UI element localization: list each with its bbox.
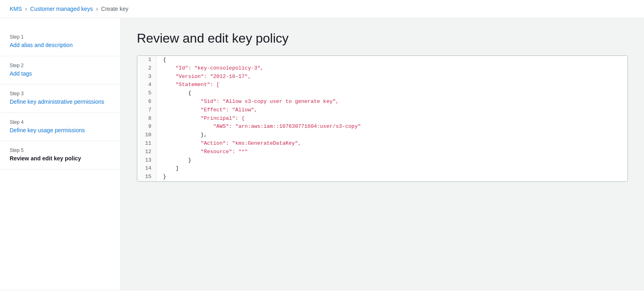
breadcrumb-sep-1: › [25,6,27,12]
code-line: 14 ] [137,164,627,173]
sidebar-step-1[interactable]: Step 1 Add alias and description [0,28,120,56]
line-content: "AWS": "arn:aws:iam::107630771604:user/s… [157,123,367,131]
line-content: } [157,156,198,165]
step-4-title: Define key usage permissions [10,127,111,135]
line-number: 2 [137,64,157,73]
step-3-label: Step 3 [10,91,111,96]
line-number: 15 [137,173,157,181]
line-content: "Effect": "Allow", [157,106,264,115]
line-content: ] [157,164,185,173]
line-number: 12 [137,148,157,156]
code-editor[interactable]: 1{2 "Id": "key-consolepolicy-3",3 "Versi… [137,55,628,182]
code-line: 8 "Principal": { [137,115,627,123]
sidebar-step-4[interactable]: Step 4 Define key usage permissions [0,113,120,141]
code-line: 9 "AWS": "arn:aws:iam::107630771604:user… [137,123,627,131]
line-content: { [157,56,173,64]
step-3-title: Define key administrative permissions [10,98,111,106]
code-line: 11 "Action": "kms:GenerateDataKey", [137,139,627,148]
line-number: 9 [137,123,157,131]
line-number: 14 [137,164,157,173]
sidebar-step-2[interactable]: Step 2 Add tags [0,56,120,85]
code-line: 1{ [137,56,627,64]
breadcrumb: KMS › Customer managed keys › Create key [0,0,644,18]
line-content: "Sid": "Allow s3-copy user to generate k… [157,98,345,106]
code-line: 6 "Sid": "Allow s3-copy user to generate… [137,98,627,106]
line-number: 6 [137,98,157,106]
line-content: "Version": "2012-10-17", [157,73,257,81]
step-1-label: Step 1 [10,34,111,40]
code-line: 4 "Statement": [ [137,81,627,89]
line-content: "Id": "key-consolepolicy-3", [157,64,270,73]
breadcrumb-create-key: Create key [101,6,128,12]
sidebar: Step 1 Add alias and description Step 2 … [0,18,121,290]
code-line: 13 } [137,156,627,165]
line-content: } [157,173,173,181]
page-title: Review and edit key policy [137,31,628,46]
line-number: 1 [137,56,157,64]
breadcrumb-kms[interactable]: KMS [10,6,22,12]
line-number: 11 [137,139,157,148]
code-line: 7 "Effect": "Allow", [137,106,627,115]
code-line: 3 "Version": "2012-10-17", [137,73,627,81]
step-5-label: Step 5 [10,148,111,153]
line-content: "Resource": "*" [157,148,254,156]
line-content: "Statement": [ [157,81,226,89]
line-content: }, [157,131,213,139]
line-number: 4 [137,81,157,89]
line-content: "Action": "kms:GenerateDataKey", [157,139,308,148]
step-4-label: Step 4 [10,119,111,125]
code-line: 5 { [137,89,627,98]
line-number: 5 [137,89,157,98]
step-2-label: Step 2 [10,63,111,68]
sidebar-step-3[interactable]: Step 3 Define key administrative permiss… [0,84,120,113]
step-2-title: Add tags [10,70,111,78]
line-number: 7 [137,106,157,115]
step-1-title: Add alias and description [10,41,111,49]
code-line: 12 "Resource": "*" [137,148,627,156]
line-number: 13 [137,156,157,165]
line-number: 10 [137,131,157,139]
line-content: "Principal": { [157,115,251,123]
line-number: 8 [137,115,157,123]
sidebar-step-5[interactable]: Step 5 Review and edit key policy [0,141,120,170]
line-number: 3 [137,73,157,81]
line-content: { [157,89,198,98]
main-content: Review and edit key policy 1{2 "Id": "ke… [121,18,644,290]
code-line: 10 }, [137,131,627,139]
step-5-title: Review and edit key policy [10,155,111,163]
breadcrumb-sep-2: › [96,6,98,12]
code-line: 15} [137,173,627,181]
code-line: 2 "Id": "key-consolepolicy-3", [137,64,627,73]
breadcrumb-customer-managed-keys[interactable]: Customer managed keys [30,6,93,12]
